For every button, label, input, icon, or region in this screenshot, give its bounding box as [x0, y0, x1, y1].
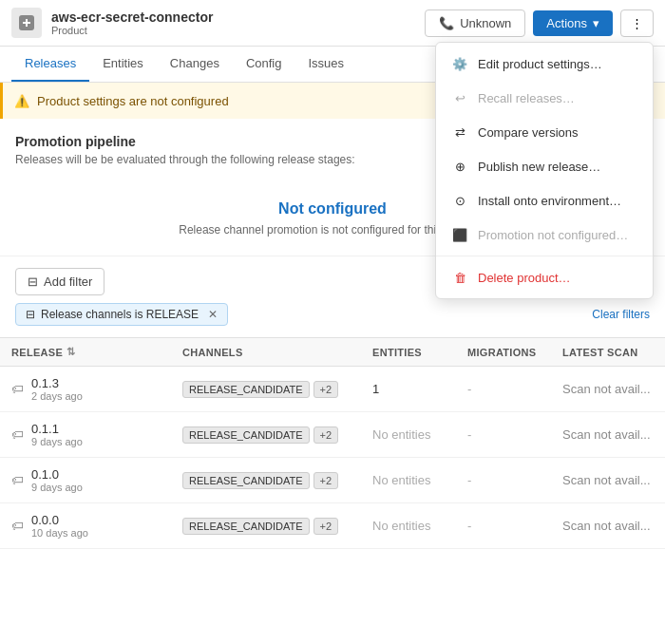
th-latest-scan: LATEST SCAN — [551, 338, 665, 367]
channels-cell: RELEASE_CANDIDATE +2 — [171, 412, 361, 458]
release-cell: 🏷 0.1.1 9 days ago — [0, 412, 171, 458]
channel-badge: RELEASE_CANDIDATE — [182, 518, 310, 535]
nav-item-entities[interactable]: Entities — [89, 47, 157, 82]
nav-item-releases[interactable]: Releases — [11, 47, 89, 82]
releases-table: RELEASE ⇅ CHANNELS ENTITIES MIGRATIONS L… — [0, 338, 665, 549]
vertical-dots-icon: ⋮ — [631, 16, 643, 30]
channel-more-button[interactable]: +2 — [314, 381, 339, 398]
menu-item-edit[interactable]: ⚙️ Edit product settings… — [436, 47, 653, 81]
entities-cell: No entities — [361, 412, 456, 458]
migrations-cell: - — [456, 412, 551, 458]
promotion-icon: ⬛ — [451, 226, 468, 243]
gear-icon: ⚙️ — [451, 55, 468, 72]
release-date: 10 days ago — [31, 527, 88, 539]
filter-tag-text: Release channels is RELEASE — [41, 308, 199, 321]
menu-item-install[interactable]: ⊙ Install onto environment… — [436, 183, 653, 218]
entities-cell: No entities — [361, 503, 456, 549]
release-date: 9 days ago — [31, 436, 83, 447]
entities-cell: 1 — [361, 367, 456, 412]
table-row: 🏷 0.1.3 2 days ago RELEASE_CANDIDATE +2 … — [0, 367, 665, 412]
filter-icon: ⊟ — [28, 275, 38, 289]
table-row: 🏷 0.0.0 10 days ago RELEASE_CANDIDATE +2… — [0, 503, 665, 549]
release-date: 2 days ago — [31, 390, 83, 402]
menu-divider — [436, 256, 653, 256]
menu-item-delete[interactable]: 🗑 Delete product… — [436, 260, 653, 294]
alert-text: Product settings are not configured — [37, 94, 229, 108]
product-name: aws-ecr-secret-connector — [51, 9, 425, 25]
table-body: 🏷 0.1.3 2 days ago RELEASE_CANDIDATE +2 … — [0, 367, 665, 549]
latest-scan-cell: Scan not avail... — [551, 412, 665, 458]
release-cell: 🏷 0.1.0 9 days ago — [0, 458, 171, 503]
migrations-cell: - — [456, 367, 551, 412]
menu-item-recall: ↩ Recall releases… — [436, 81, 653, 115]
latest-scan-cell: Scan not avail... — [551, 367, 665, 412]
releases-table-container: RELEASE ⇅ CHANNELS ENTITIES MIGRATIONS L… — [0, 337, 665, 549]
filter-tag: ⊟ Release channels is RELEASE ✕ — [15, 303, 228, 326]
release-cell: 🏷 0.0.0 10 days ago — [0, 503, 171, 549]
migrations-cell: - — [456, 458, 551, 503]
th-migrations: MIGRATIONS — [456, 338, 551, 367]
channels-cell: RELEASE_CANDIDATE +2 — [171, 367, 361, 412]
unknown-button[interactable]: 📞 Unknown — [425, 9, 525, 37]
latest-scan-cell: Scan not avail... — [551, 503, 665, 549]
channel-badge: RELEASE_CANDIDATE — [182, 426, 310, 444]
tag-icon: 🏷 — [11, 427, 24, 442]
menu-item-promotion: ⬛ Promotion not configured… — [436, 218, 653, 252]
channels-cell: RELEASE_CANDIDATE +2 — [171, 458, 361, 503]
menu-item-compare[interactable]: ⇄ Compare versions — [436, 115, 653, 149]
actions-dropdown: ⚙️ Edit product settings… ↩ Recall relea… — [435, 42, 654, 299]
release-cell: 🏷 0.1.3 2 days ago — [0, 367, 171, 412]
active-filters: ⊟ Release channels is RELEASE ✕ Clear fi… — [15, 303, 650, 326]
table-header-row: RELEASE ⇅ CHANNELS ENTITIES MIGRATIONS L… — [0, 338, 665, 367]
release-version: 0.1.1 — [31, 422, 83, 436]
install-icon: ⊙ — [451, 192, 468, 209]
latest-scan-cell: Scan not avail... — [551, 458, 665, 503]
nav-item-issues[interactable]: Issues — [294, 47, 357, 82]
product-type: Product — [51, 25, 425, 36]
delete-icon: 🗑 — [451, 269, 468, 286]
clear-filters-button[interactable]: Clear filters — [592, 308, 650, 321]
channel-more-button[interactable]: +2 — [314, 472, 339, 489]
filter-icon-small: ⊟ — [26, 308, 35, 321]
sort-icon[interactable]: ⇅ — [66, 346, 75, 358]
table-row: 🏷 0.1.1 9 days ago RELEASE_CANDIDATE +2 … — [0, 412, 665, 458]
undo-icon: ↩ — [451, 89, 468, 106]
th-entities: ENTITIES — [361, 338, 456, 367]
add-filter-button[interactable]: ⊟ Add filter — [15, 268, 104, 295]
header-actions: 📞 Unknown Actions ▾ ⋮ — [425, 9, 654, 37]
nav-item-config[interactable]: Config — [233, 47, 295, 82]
warning-icon: ⚠️ — [14, 94, 29, 108]
header: aws-ecr-secret-connector Product 📞 Unkno… — [0, 0, 665, 47]
channel-more-button[interactable]: +2 — [314, 426, 339, 444]
release-date: 9 days ago — [31, 482, 83, 493]
actions-button[interactable]: Actions ▾ — [533, 10, 613, 36]
tag-icon: 🏷 — [11, 519, 24, 533]
channel-badge: RELEASE_CANDIDATE — [182, 472, 310, 489]
migrations-cell: - — [456, 503, 551, 549]
publish-icon: ⊕ — [451, 158, 468, 175]
release-version: 0.1.3 — [31, 376, 83, 390]
product-icon — [11, 8, 42, 38]
release-version: 0.1.0 — [31, 467, 83, 482]
channel-badge: RELEASE_CANDIDATE — [182, 381, 310, 398]
product-info: aws-ecr-secret-connector Product — [51, 9, 425, 36]
tag-icon: 🏷 — [11, 382, 24, 396]
chevron-down-icon: ▾ — [593, 16, 599, 30]
channels-cell: RELEASE_CANDIDATE +2 — [171, 503, 361, 549]
menu-item-publish[interactable]: ⊕ Publish new release… — [436, 149, 653, 183]
release-version: 0.0.0 — [31, 513, 88, 527]
more-button[interactable]: ⋮ — [620, 9, 654, 37]
entities-cell: No entities — [361, 458, 456, 503]
th-release: RELEASE ⇅ — [0, 338, 171, 367]
phone-icon: 📞 — [439, 16, 454, 30]
nav-item-changes[interactable]: Changes — [157, 47, 233, 82]
tag-icon: 🏷 — [11, 473, 24, 487]
channel-more-button[interactable]: +2 — [314, 518, 339, 535]
remove-filter-button[interactable]: ✕ — [208, 308, 218, 321]
compare-icon: ⇄ — [451, 123, 468, 141]
th-channels: CHANNELS — [171, 338, 361, 367]
table-row: 🏷 0.1.0 9 days ago RELEASE_CANDIDATE +2 … — [0, 458, 665, 503]
